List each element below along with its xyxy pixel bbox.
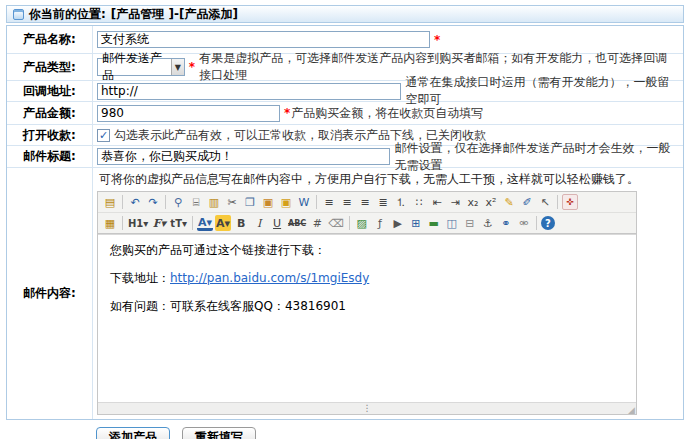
product-amount-label: 产品金额:: [7, 102, 93, 124]
quick-format-icon[interactable]: ✎: [501, 194, 517, 210]
product-name-input[interactable]: [97, 31, 430, 48]
editor-statusbar: ⋮ ◢: [98, 402, 636, 414]
reset-button[interactable]: 重新填写: [182, 427, 256, 439]
checkmark-icon: ✓: [99, 130, 108, 141]
toolbar-separator: [122, 195, 123, 209]
add-product-button[interactable]: 添加产品: [96, 427, 170, 439]
toolbar-separator: [165, 195, 166, 209]
chevron-down-icon: ▼: [171, 59, 184, 75]
open-collection-label: 打开收款:: [7, 125, 93, 145]
product-type-select[interactable]: 邮件发送产品 ▼: [97, 58, 185, 76]
breadcrumb-path: [产品管理 ]-[产品添加]: [111, 6, 238, 23]
toolbar-separator: [536, 216, 537, 230]
breadcrumb: 你当前的位置: [产品管理 ]-[产品添加]: [6, 5, 684, 23]
row-email-subject: 邮件标题: 邮件设置，仅在选择邮件发送产品时才会生效，一般无需设置: [7, 146, 683, 168]
callback-url-label: 回调地址:: [7, 81, 93, 101]
email-content-tip: 可将你的虚拟产品信息写在邮件内容中，方便用户自行下载，无需人工干预，这样就可以轻…: [97, 170, 679, 191]
help-icon[interactable]: ?: [541, 216, 555, 230]
editor-resize-handle[interactable]: ⋮: [363, 402, 372, 414]
insert-image-icon[interactable]: ▨: [354, 215, 370, 231]
text-color-icon[interactable]: A▾: [197, 218, 213, 231]
highlight-color-icon[interactable]: A▾: [215, 215, 231, 231]
justify-left-icon[interactable]: ≡: [321, 194, 337, 210]
heading-icon[interactable]: H1▾: [127, 215, 149, 231]
product-form: 产品名称: * 产品类型: 邮件发送产品 ▼ * 有果是虚拟产品，可选择邮件发送…: [6, 25, 684, 420]
print-icon[interactable]: ⌸: [188, 194, 204, 210]
select-all-icon[interactable]: ↖: [537, 194, 553, 210]
justify-center-icon[interactable]: ≡: [339, 194, 355, 210]
fullscreen-icon[interactable]: ✜: [562, 194, 578, 210]
required-asterisk: *: [189, 60, 195, 74]
table-icon[interactable]: ⊞: [408, 215, 424, 231]
location-icon: [13, 9, 24, 20]
product-type-value: 邮件发送产品: [102, 50, 171, 84]
horizontal-rule-icon[interactable]: ▬: [426, 215, 442, 231]
rich-text-editor: ▤↶↷⚲⌸▥✂❐▣▣W≡≡≡≣⒈∷⇤⇥x₂x²✎✐↖✜ ▦H1▾F▾tT▾A▾A…: [97, 191, 637, 415]
strikethrough-icon[interactable]: ABC: [287, 215, 307, 231]
source-icon[interactable]: ▤: [102, 194, 118, 210]
format-brush-icon[interactable]: ✐: [519, 194, 535, 210]
underline-icon[interactable]: U: [269, 215, 285, 231]
italic-icon[interactable]: I: [251, 215, 267, 231]
email-subject-label: 邮件标题:: [7, 146, 93, 167]
download-link[interactable]: http://pan.baidu.com/s/1mgiEsdy: [170, 271, 369, 285]
editor-content-area[interactable]: 您购买的产品可通过这个链接进行下载： 下载地址：http://pan.baidu…: [98, 234, 636, 402]
open-collection-checkbox[interactable]: ✓: [97, 129, 110, 142]
superscript-icon[interactable]: x²: [483, 194, 499, 210]
required-asterisk: *: [434, 33, 440, 47]
product-name-label: 产品名称:: [7, 26, 93, 53]
font-size-icon[interactable]: tT▾: [169, 215, 188, 231]
breadcrumb-label: 你当前的位置:: [29, 6, 106, 23]
row-callback-url: 回调地址: 通常在集成接口时运用（需有开发能力），一般留空即可: [7, 81, 683, 102]
toolbar-separator: [349, 216, 350, 230]
editor-toolbar-row1: ▤↶↷⚲⌸▥✂❐▣▣W≡≡≡≣⒈∷⇤⇥x₂x²✎✐↖✜: [98, 192, 636, 213]
product-amount-input[interactable]: [97, 105, 280, 122]
print-preview-icon[interactable]: ▥: [206, 194, 222, 210]
toolbar-separator: [316, 195, 317, 209]
email-content-label: 邮件内容:: [7, 168, 93, 419]
editor-corner-grip-icon[interactable]: ◢: [628, 405, 635, 415]
redo-icon[interactable]: ↷: [145, 194, 161, 210]
editor-line-support-qq: 如有问题：可联系在线客服QQ：43816901: [110, 298, 624, 315]
subscript-icon[interactable]: x₂: [465, 194, 481, 210]
font-family-icon[interactable]: F▾: [151, 215, 167, 231]
paste-icon[interactable]: ▣: [260, 194, 276, 210]
template-icon[interactable]: ▦: [102, 215, 118, 231]
paste-word-icon[interactable]: W: [296, 194, 312, 210]
editor-toolbar-row2: ▦H1▾F▾tT▾A▾A▾BIUABC#⌫▨ƒ▶⊞▬◫⊟⚓⚭⚮?: [98, 213, 636, 234]
toolbar-separator: [122, 216, 123, 230]
link-icon[interactable]: ⚭: [498, 215, 514, 231]
ordered-list-icon[interactable]: ⒈: [393, 194, 409, 210]
editor-line-download-url: 下载地址：http://pan.baidu.com/s/1mgiEsdy: [110, 270, 624, 287]
product-type-label: 产品类型:: [7, 54, 93, 80]
justify-full-icon[interactable]: ≣: [375, 194, 391, 210]
unlink-icon[interactable]: ⚮: [516, 215, 532, 231]
toolbar-separator: [557, 195, 558, 209]
product-add-page: 你当前的位置: [产品管理 ]-[产品添加] 产品名称: * 产品类型: 邮件发…: [6, 5, 684, 439]
anchor-icon[interactable]: ⚓: [480, 215, 496, 231]
flash-icon[interactable]: ƒ: [372, 215, 388, 231]
email-subject-input[interactable]: [97, 148, 390, 165]
outdent-icon[interactable]: ⇤: [429, 194, 445, 210]
row-email-content: 邮件内容: 可将你的虚拟产品信息写在邮件内容中，方便用户自行下载，无需人工干预，…: [7, 168, 683, 419]
bold-icon[interactable]: B: [233, 215, 249, 231]
callback-url-input[interactable]: [97, 83, 401, 100]
justify-right-icon[interactable]: ≡: [357, 194, 373, 210]
download-address-label: 下载地址：: [110, 271, 170, 285]
remove-format-icon[interactable]: ⌫: [327, 215, 345, 231]
paste-text-icon[interactable]: ▣: [278, 194, 294, 210]
media-icon[interactable]: ▶: [390, 215, 406, 231]
editor-line-download-intro: 您购买的产品可通过这个链接进行下载：: [110, 242, 624, 259]
copy-icon[interactable]: ❐: [242, 194, 258, 210]
symbols-icon[interactable]: #: [309, 215, 325, 231]
undo-icon[interactable]: ↶: [127, 194, 143, 210]
row-product-amount: 产品金额: * 产品购买金额，将在收款页自动填写: [7, 102, 683, 125]
unordered-list-icon[interactable]: ∷: [411, 194, 427, 210]
toolbar-separator: [192, 216, 193, 230]
cut-icon[interactable]: ✂: [224, 194, 240, 210]
form-actions: 添加产品 重新填写: [96, 427, 684, 439]
preview-icon[interactable]: ⚲: [170, 194, 186, 210]
indent-icon[interactable]: ⇥: [447, 194, 463, 210]
picture-icon[interactable]: ◫: [444, 215, 460, 231]
page-break-icon[interactable]: ⊟: [462, 215, 478, 231]
